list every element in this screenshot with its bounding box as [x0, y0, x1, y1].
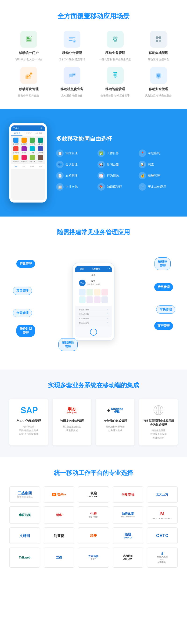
phone-app-7[interactable]: 行为绩效: [37, 146, 44, 154]
cp-grid-6[interactable]: [94, 296, 101, 303]
feat-label-4: 新闻公告: [107, 162, 119, 166]
phone-nav-mine[interactable]: 我的: [37, 165, 45, 168]
partner-talkweb: Talkweb: [9, 548, 40, 568]
phone-app-1[interactable]: 日程管理: [20, 138, 28, 145]
wenxuan-name: 文轩网: [20, 534, 30, 538]
mango-content: M 芒果tv: [52, 493, 66, 496]
feat-label-9: 企业文化: [65, 185, 78, 189]
phone-app-3[interactable]: 考勤管理: [37, 138, 44, 145]
partner-logo-ruimei: 瑞美: [90, 534, 97, 538]
phone-tab-1[interactable]: 个人及门户: [23, 131, 34, 136]
phone-nav-contacts[interactable]: 通讯录: [28, 165, 37, 168]
features-grid-row1: 移动统一门户 移动平台 七大统一体验 移动办公管理 日常工作法票 随息随行 移动…: [9, 30, 178, 62]
partner-logo-talkweb: Talkweb: [19, 556, 30, 560]
svg-rect-15: [159, 40, 161, 42]
phone-app-icon-6: [30, 146, 35, 151]
cp-grid-7[interactable]: [101, 296, 108, 303]
phone-app-5[interactable]: 通讯录: [20, 146, 28, 154]
phone-app-6[interactable]: 工作圈: [29, 146, 36, 154]
feature-icon-office: [64, 31, 80, 48]
phone-nav-message[interactable]: 消息: [20, 165, 28, 168]
tag-zhaobiao: 招投标管理: [154, 258, 171, 270]
partner-suirui: 随锐 SUIRUI: [113, 528, 143, 544]
feature-title-3: 移动集成管理: [149, 51, 168, 55]
phone-app-8[interactable]: 任务管理: [12, 155, 20, 162]
cp-grid-2[interactable]: [94, 289, 101, 296]
cp-grid-5[interactable]: [86, 296, 93, 303]
phone-app-icon-0: [13, 138, 19, 143]
feature-title-7: 移动安全管理: [149, 87, 168, 91]
phone-nav-workbench[interactable]: 工作台: [11, 165, 20, 168]
feat-icon-3: 👥: [56, 161, 64, 168]
feature-icon-smart: [107, 67, 124, 84]
partner-logo-hualian: 华联洁美: [19, 513, 31, 517]
sansheng-sub: 美好·精致·造生活: [17, 496, 33, 498]
xinhua-name: 新华: [56, 513, 62, 517]
cp-list-0: 全部员工数量›: [77, 308, 110, 312]
phone-app-icon-11: [38, 155, 43, 160]
partner-logo-jinlang: 劲浪体育 SIGA&SPORTS: [121, 512, 135, 518]
business-diagram: 行政管理 招投标管理 费用管理 项目管理 车辆管理 合同管理 商产管理 任务计划…: [9, 246, 178, 358]
cp-person-details: 学工 技术岗位 · 在职: [87, 280, 100, 286]
feat-row-9: 🏢 企业文化: [56, 183, 95, 190]
feature-item-portal: 移动统一门户 移动平台 七大统一体验: [9, 30, 48, 62]
cp-list-1: 本月人员人数›: [77, 312, 110, 316]
kingdee-text-stack: Kingdee 金蝶: [111, 408, 123, 413]
feature-desc-5: 支对通信 轻量协作: [61, 94, 83, 98]
yonyou-logo: 用友 yonyou: [56, 404, 87, 416]
partner-wenxuan: 文轩网: [9, 528, 40, 544]
mhealth-icon: M: [153, 510, 172, 517]
feature-title-1: 移动办公管理: [62, 51, 82, 55]
phone-tab-0[interactable]: 全部应用: [11, 131, 23, 136]
phone-app-icon-10: [30, 155, 35, 160]
partner-logo-lingpao: 领跑 LING PAO: [88, 491, 100, 498]
partner-xinhua: 新华: [44, 506, 74, 524]
cp-grid-1[interactable]: [86, 289, 93, 296]
phone-app-4[interactable]: 会议管理: [12, 146, 20, 154]
cp-grid-4[interactable]: [79, 296, 86, 303]
jinlang-name: 劲浪体育: [121, 512, 135, 516]
yonyou-sub-text: yonyou: [67, 412, 77, 414]
phone-app-10[interactable]: 企业文化: [29, 155, 36, 162]
phone-mockup-1: 工作台 🔍 全部应用 个人及门户 企业应用门 审批管理 日程管理: [9, 123, 47, 202]
feat-label-1: 工作任务: [107, 151, 119, 155]
phone-app-2[interactable]: 文档管理: [29, 138, 36, 145]
kingdee-diamond-icon: ◆: [107, 408, 110, 412]
svg-marker-24: [69, 77, 71, 78]
cp-grid-3[interactable]: [101, 289, 108, 296]
cofco-en: COFCO: [89, 516, 98, 518]
partner-logo-beida: 北大正方: [156, 493, 168, 496]
svg-rect-12: [156, 36, 158, 39]
phone-app-icon-1: [22, 138, 27, 143]
sap-logo: SAP: [13, 404, 44, 416]
section4-title-highlight: 多套业务系统: [60, 382, 97, 389]
partner-logo-liyade: 利亚德: [54, 534, 64, 538]
phone-app-9[interactable]: 薪酬管理: [20, 155, 28, 162]
partner-cetc: CETC: [147, 528, 178, 544]
partner-huaxia: 华夏幸福: [113, 486, 143, 503]
section5-title-prefix: 统一移动工作平台的: [54, 469, 109, 476]
partner-m-health: M PKU HEALTHCARE: [147, 506, 178, 524]
feat-icon-2: 📍: [139, 150, 146, 157]
phone-app-label-1: 日程管理: [21, 143, 27, 145]
phone-app-11[interactable]: 知识库: [37, 155, 44, 162]
feat-label-3: 会议管理: [65, 162, 78, 166]
partner-jinlang: 劲浪体育 SIGA&SPORTS: [113, 506, 143, 524]
partner-liyade: 利亚德: [44, 528, 74, 544]
feat-row-7: 📈 行为绩效: [97, 172, 136, 180]
liyade-name: 利亚德: [54, 534, 64, 538]
integration-card-internet: 与各类互联网企业应用服务的集成管理 知名企业应用钉钉等企业应用及其他应用: [139, 399, 178, 446]
cp-home-button[interactable]: ○: [90, 329, 97, 336]
phone-screen-1: 工作台 🔍 全部应用 个人及门户 企业应用门 审批管理 日程管理: [11, 126, 45, 200]
cp-grid-0[interactable]: [79, 289, 86, 296]
phone-app-0[interactable]: 审批管理: [12, 138, 20, 145]
phone-bottom-nav: 工作台 消息 通讯录 我的: [11, 164, 45, 169]
integration-desc-internet: 知名企业应用钉钉等企业应用及其他应用: [143, 429, 174, 440]
partners-row-1: 三盛集团 美好·精致·造生活 M 芒果tv 领跑 LING PAO 华夏幸福: [9, 486, 178, 503]
features-grid-row2: 移动开发管理 运营份享 组件服务 移动社交化业务 支对通信 轻量协作 移动智能管…: [9, 66, 178, 98]
cp-bottom-button: ○: [75, 327, 112, 338]
sansheng-name: 三盛集团: [17, 491, 33, 496]
soft-name: 软件产品网: [157, 556, 167, 558]
cp-section-label: 学工: [77, 274, 110, 277]
phone-tab-2[interactable]: 企业应用门: [34, 131, 45, 136]
